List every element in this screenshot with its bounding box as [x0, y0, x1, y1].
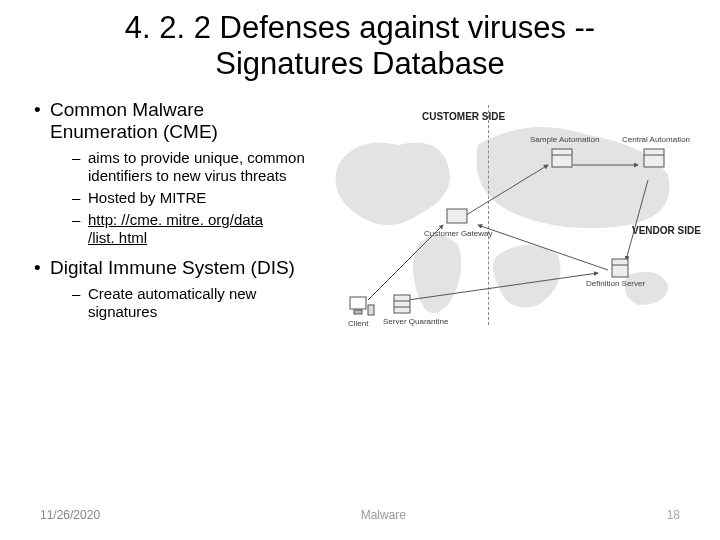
label-definition-server: Definition Server — [586, 279, 645, 288]
svg-rect-12 — [447, 209, 467, 223]
central-automation-icon — [640, 147, 668, 169]
bullet-dis: Digital Immune System (DIS) Create autom… — [34, 257, 310, 321]
svg-rect-6 — [350, 297, 366, 309]
bullet-cme: Common Malware Enumeration (CME) aims to… — [34, 99, 310, 247]
footer-page-number: 18 — [667, 508, 680, 522]
sample-automation-icon — [548, 147, 576, 169]
label-central-automation: Central Automation — [622, 135, 690, 144]
label-vendor-side: VENDOR SIDE — [632, 225, 701, 236]
label-customer-side: CUSTOMER SIDE — [422, 111, 505, 122]
label-server-quarantine: Server Quarantine — [383, 317, 448, 326]
bullet-dis-text: Digital Immune System (DIS) — [50, 257, 295, 278]
bullet-cme-text: Common Malware Enumeration (CME) — [50, 99, 218, 142]
svg-rect-7 — [354, 310, 362, 314]
svg-rect-9 — [394, 295, 410, 313]
customer-gateway-icon — [443, 205, 471, 227]
label-sample-automation: Sample Automation — [530, 135, 599, 144]
label-client: Client — [348, 319, 368, 328]
client-pc-icon — [348, 295, 376, 317]
slide: 4. 2. 2 Defenses against viruses -- Sign… — [0, 0, 720, 540]
footer-title: Malware — [361, 508, 406, 522]
sub-dis-1: Create automatically new signatures — [72, 285, 310, 321]
slide-title: 4. 2. 2 Defenses against viruses -- Sign… — [30, 10, 690, 81]
label-customer-gateway: Customer Gateway — [424, 229, 492, 238]
title-line-2: Signatures Database — [215, 46, 505, 81]
sub-cme-3: http: //cme. mitre. org/data /list. html — [72, 211, 310, 247]
sub-cme-2: Hosted by MITRE — [72, 189, 310, 207]
cme-link-line1[interactable]: http: //cme. mitre. org/data — [88, 211, 263, 228]
diagram-divider — [488, 105, 489, 325]
slide-footer: 11/26/2020 Malware 18 — [0, 508, 720, 522]
title-line-1: 4. 2. 2 Defenses against viruses -- — [125, 10, 595, 45]
cme-link-line2[interactable]: /list. html — [88, 229, 147, 246]
sub-cme-1: aims to provide unique, common identifie… — [72, 149, 310, 185]
definition-server-icon — [606, 257, 634, 279]
content-right: CUSTOMER SIDE VENDOR SIDE Client Server … — [328, 99, 690, 355]
svg-rect-15 — [644, 149, 664, 167]
svg-rect-8 — [368, 305, 374, 315]
svg-rect-17 — [612, 259, 628, 277]
content-left: Common Malware Enumeration (CME) aims to… — [30, 99, 310, 355]
svg-rect-13 — [552, 149, 572, 167]
footer-date: 11/26/2020 — [40, 508, 100, 522]
server-quarantine-icon — [388, 293, 416, 315]
dis-diagram: CUSTOMER SIDE VENDOR SIDE Client Server … — [328, 105, 688, 355]
